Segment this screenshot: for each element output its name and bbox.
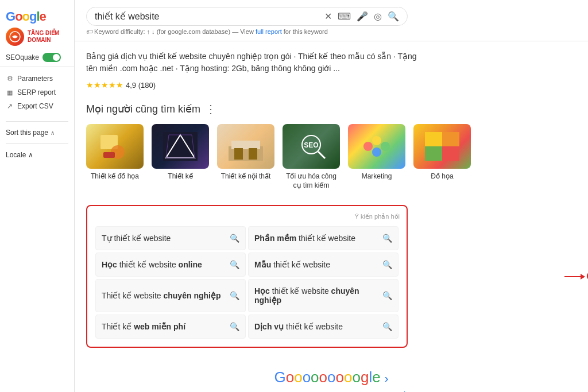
search-snippet: Bảng giá dịch vụ thiết kế website chuyên… — [86, 47, 419, 78]
svg-rect-19 — [442, 132, 459, 146]
three-dots-menu[interactable]: ⋮ — [205, 102, 216, 116]
suggest-item-4[interactable]: Mẫu thiết kế website 🔍 — [248, 253, 399, 277]
svg-line-13 — [318, 152, 325, 158]
brand-name: TĂNG ĐIỂMDOMAIN — [28, 30, 59, 44]
card-label-2: Thiết kế — [168, 172, 192, 181]
snippet-text: Bảng giá dịch vụ thiết kế website chuyên… — [86, 52, 417, 73]
sort-section: Sort this page ∧ — [0, 125, 74, 140]
sidebar-item-parameters[interactable]: Parameters — [0, 72, 74, 86]
svg-rect-21 — [442, 146, 459, 161]
card-seo[interactable]: SEO Tối ưu hóa công cụ tìm kiếm — [283, 124, 340, 190]
card-label-1: Thiết kế đồ họa — [91, 172, 139, 181]
pagination-area: Gooooooooogle › 1 2 3 4 5 6 7 8 9 10 Tiế… — [86, 357, 577, 392]
export-icon — [6, 102, 14, 110]
suggest-item-1[interactable]: Tự thiết kế website 🔍 — [95, 226, 246, 250]
brand-icon — [6, 28, 24, 46]
suggest-grid: Tự thiết kế website 🔍 Phần mềm thiết kế … — [94, 225, 400, 340]
svg-rect-10 — [249, 148, 257, 160]
sidebar-divider-1 — [6, 121, 68, 122]
suggest-text-1: Tự thiết kế website — [102, 234, 171, 243]
suggest-text-8: Dịch vụ thiết kế website — [254, 322, 343, 331]
suggest-search-icon-6: 🔍 — [382, 291, 392, 300]
card-thiet-ke-noi-that[interactable]: Thiết kế nội thất — [217, 124, 274, 190]
also-search-section: Mọi người cũng tìm kiếm ⋮ Thiết kế đồ họ… — [86, 96, 577, 196]
suggest-text-5: Thiết kế website chuyên nghiệp — [102, 291, 220, 300]
suggest-text-7: Thiết kế web miễn phí — [102, 322, 185, 331]
parameters-label: Parameters — [17, 75, 53, 83]
card-label-5: Marketing — [362, 172, 392, 181]
also-search-header: Mọi người cũng tìm kiếm ⋮ — [86, 102, 577, 116]
star-rating: ★★★★★ — [86, 80, 123, 90]
suggest-text-3: Học thiết kế website online — [102, 260, 202, 269]
card-thiet-ke-do-hoa[interactable]: Thiết kế đồ họa — [86, 124, 144, 190]
locale-chevron-icon: ∧ — [28, 151, 33, 159]
suggest-item-6[interactable]: Học thiết kế website chuyên nghiệp 🔍 — [248, 279, 399, 312]
gear-icon — [6, 75, 14, 83]
keyboard-icon[interactable]: ⌨ — [338, 11, 351, 22]
seoquake-label: SEOquake — [6, 53, 39, 61]
export-csv-label: Export CSV — [17, 102, 53, 110]
search-submit-icon[interactable]: 🔍 — [388, 11, 399, 22]
locale-button[interactable]: Locale ∧ — [6, 151, 68, 159]
card-img-3 — [217, 124, 274, 169]
svg-rect-3 — [103, 152, 115, 158]
svg-rect-20 — [425, 146, 442, 161]
lens-icon[interactable]: ◎ — [374, 11, 382, 22]
svg-point-16 — [381, 142, 390, 151]
locale-label-text: Locale — [6, 151, 26, 159]
table-icon — [6, 88, 14, 96]
svg-text:SEO: SEO — [304, 141, 318, 149]
sidebar-item-serp-report[interactable]: SERP report — [0, 86, 74, 99]
svg-rect-18 — [425, 132, 442, 146]
suggest-text-6: Học thiết kế website chuyên nghiệp — [254, 286, 382, 305]
suggest-wrapper: Ý kiến phản hồi Tự thiết kế website 🔍 Ph… — [86, 205, 577, 348]
search-area: ✕ ⌨ 🎤 ◎ 🔍 🏷 Keyword difficulty: ↑ ↓ (for… — [75, 0, 588, 41]
full-report-link[interactable]: full report — [256, 28, 282, 35]
voice-icon[interactable]: 🎤 — [357, 11, 368, 22]
sort-chevron-icon: ∧ — [51, 130, 55, 136]
suggest-search-icon-8: 🔍 — [382, 322, 392, 331]
google-logo-text: Google — [6, 10, 46, 23]
card-label-3: Thiết kế nội thất — [221, 172, 271, 181]
brand-logo-area: TĂNG ĐIỂMDOMAIN — [0, 25, 74, 51]
goooogle-logo: Gooooooooogle › — [86, 368, 577, 386]
search-input[interactable] — [95, 11, 320, 22]
google-logo-area: Google — [0, 6, 74, 25]
svg-rect-4 — [163, 132, 198, 161]
card-marketing[interactable]: Marketing — [348, 124, 405, 190]
pagination-chevron: › — [385, 372, 389, 385]
card-do-hoa[interactable]: Đồ họa — [413, 124, 471, 190]
suggest-item-8[interactable]: Dịch vụ thiết kế website 🔍 — [248, 315, 399, 339]
suggest-item-7[interactable]: Thiết kế web miễn phí 🔍 — [95, 315, 246, 339]
seoquake-toggle[interactable] — [42, 53, 61, 62]
sidebar-menu: Parameters SERP report Export CSV — [0, 67, 74, 118]
card-thiet-ke[interactable]: Thiết kế — [152, 124, 209, 190]
rating-count: 4,9 (180) — [126, 81, 156, 90]
card-img-4: SEO — [283, 124, 340, 169]
suggest-item-3[interactable]: Học thiết kế website online 🔍 — [95, 253, 246, 277]
locale-section: Locale ∧ — [0, 148, 74, 162]
rating-row: ★★★★★ 4,9 (180) — [86, 78, 577, 96]
suggest-item-5[interactable]: Thiết kế website chuyên nghiệp 🔍 — [95, 279, 246, 312]
clear-icon[interactable]: ✕ — [324, 11, 332, 22]
sidebar-item-export-csv[interactable]: Export CSV — [0, 99, 74, 113]
card-label-4: Tối ưu hóa công cụ tìm kiếm — [283, 172, 340, 190]
svg-rect-9 — [234, 148, 243, 160]
suggest-search-icon-3: 🔍 — [230, 260, 239, 269]
main-content: ✕ ⌨ 🎤 ◎ 🔍 🏷 Keyword difficulty: ↑ ↓ (for… — [75, 0, 588, 392]
search-bar: ✕ ⌨ 🎤 ◎ 🔍 — [86, 7, 408, 26]
suggest-box: Ý kiến phản hồi Tự thiết kế website 🔍 Ph… — [86, 205, 408, 348]
suggest-search-icon-1: 🔍 — [230, 234, 239, 243]
feedback-label: Ý kiến phản hồi — [94, 213, 400, 220]
content-area: Bảng giá dịch vụ thiết kế website chuyên… — [75, 41, 588, 392]
sort-label-text: Sort this page — [6, 129, 48, 137]
suggest-search-icon-2: 🔍 — [382, 234, 392, 243]
card-img-2 — [152, 124, 209, 169]
sidebar-divider-2 — [6, 143, 68, 144]
suggest-text-4: Mẫu thiết kế website — [254, 260, 330, 269]
svg-point-14 — [363, 142, 373, 151]
search-icons: ✕ ⌨ 🎤 ◎ 🔍 — [324, 11, 399, 22]
sort-this-page-button[interactable]: Sort this page ∧ — [6, 129, 68, 137]
suggest-item-2[interactable]: Phần mềm thiết kế website 🔍 — [248, 226, 399, 250]
keyword-info: 🏷 Keyword difficulty: ↑ ↓ (for google.co… — [86, 26, 408, 36]
